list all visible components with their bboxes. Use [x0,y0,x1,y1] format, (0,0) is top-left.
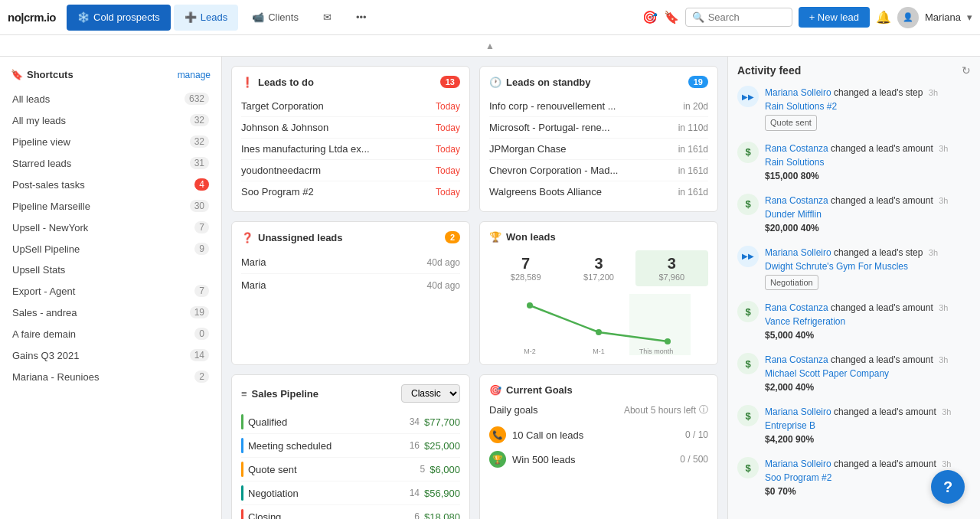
table-row[interactable]: Walgreens Boots Alliance in 161d [489,181,708,202]
pipeline-stage-count: 34 [410,416,420,427]
pipeline-row-closing[interactable]: Closing 6 $18,080 [241,505,460,519]
activity-person[interactable]: Rana Costanza [765,302,828,313]
goal-row-calls: 📞 10 Call on leads 0 / 10 [489,423,708,447]
activity-person[interactable]: Rana Costanza [765,354,828,365]
top-nav: no|crm.io ❄️ Cold prospects ➕ Leads 📹 Cl… [0,0,980,35]
email-icon: ✉ [323,11,332,23]
manage-link[interactable]: manage [178,70,211,80]
pipeline-row-negotiation[interactable]: Negotiation 14 $56,900 [241,481,460,505]
pipeline-stage-amount: $6,000 [430,464,460,475]
leads-standby-card: 🕐 Leads on standby 19 Info corp - renouv… [479,66,718,212]
activity-content: Rana Costanza changed a lead's amount 3h… [765,353,971,394]
goals-icon: 🎯 [489,384,501,396]
activity-lead[interactable]: Soo Program #2 [765,472,831,483]
sidebar-item-mariana-reunioes[interactable]: Mariana - Reunioes 2 [0,366,221,387]
won-stat-m2: 7 $28,589 [489,250,562,286]
activity-content: Rana Costanza changed a lead's amount 3h… [765,301,971,342]
activity-lead[interactable]: Dunder Mifflin [765,209,822,220]
sidebar-item-upsell-stats[interactable]: Upsell Stats [0,260,221,280]
sidebar-item-all-my-leads[interactable]: All my leads 32 [0,109,221,131]
won-stat-m1: 3 $17,200 [562,250,635,286]
sidebar-item-sales-andrea[interactable]: Sales - andrea 19 [0,302,221,323]
sidebar-item-post-sales[interactable]: Post-sales tasks 4 [0,174,221,195]
refresh-icon[interactable]: ↻ [962,64,971,77]
table-row[interactable]: Info corp - renouvellement ... in 20d [489,96,708,117]
activity-lead[interactable]: Entreprise B [765,420,815,431]
pipeline-stage-amount: $18,080 [424,511,460,520]
goal-icon-wins: 🏆 [489,451,506,468]
activity-action: changed a lead's amount [831,302,933,313]
sidebar-item-count: 31 [190,157,209,169]
activity-lead[interactable]: Michael Scott Paper Company [765,368,889,379]
leads-todo-card: ❗ Leads to do 13 Target Corporation Toda… [231,66,470,212]
svg-point-2 [596,329,602,335]
activity-person[interactable]: Rana Costanza [765,195,828,206]
sidebar-item-gains-q3[interactable]: Gains Q3 2021 14 [0,344,221,366]
pipeline-row-meeting[interactable]: Meeting scheduled 16 $25,000 [241,434,460,458]
table-row[interactable]: Microsoft - Portugal- rene... in 110d [489,117,708,139]
table-row[interactable]: Maria 40d ago [241,274,460,296]
activity-person[interactable]: Mariana Solleiro [765,406,831,417]
nav-tab-clients[interactable]: 📹 Clients [241,5,309,31]
activity-lead[interactable]: Rain Solutions #2 [765,101,837,112]
activity-person[interactable]: Rana Costanza [765,143,828,154]
nav-tab-more[interactable]: ••• [345,5,377,31]
search-box[interactable]: 🔍 [685,8,792,27]
user-name[interactable]: Mariana [925,11,961,23]
sidebar-item-upsell-newyork[interactable]: Upsell - NewYork 7 [0,217,221,238]
won-leads-title: 🏆 Won leads [489,231,556,243]
won-stat-amount: $7,960 [640,273,704,282]
bookmark-icon[interactable]: 🔖 [664,10,679,24]
sidebar-header: 🔖 Shortcuts manage [0,64,221,88]
bell-icon[interactable]: 🔔 [876,10,891,24]
activity-avatar: $ [737,457,759,478]
table-row[interactable]: Johnson & Johnson Today [241,117,460,139]
sidebar-item-all-leads[interactable]: All leads 632 [0,88,221,109]
leads-todo-badge: 13 [440,76,460,88]
target-icon[interactable]: 🎯 [642,10,658,24]
question-icon: ❓ [241,232,253,243]
activity-person[interactable]: Mariana Solleiro [765,459,831,469]
table-row[interactable]: Soo Program #2 Today [241,181,460,202]
sidebar-item-export-agent[interactable]: Export - Agent 7 [0,280,221,302]
lead-date: Today [436,101,460,112]
table-row[interactable]: JPMorgan Chase in 161d [489,139,708,160]
table-row[interactable]: Target Corporation Today [241,96,460,117]
lead-name: Microsoft - Portugal- rene... [489,122,610,133]
sales-pipeline-card: ≡ Sales Pipeline Classic Qualified 34 $7… [231,374,470,519]
help-button[interactable]: ? [931,470,965,504]
nav-tab-leads[interactable]: ➕ Leads [174,5,238,31]
activity-item: $ Rana Costanza changed a lead's amount … [737,194,971,235]
activity-avatar: $ [737,301,759,322]
pipeline-row-qualified[interactable]: Qualified 34 $77,700 [241,410,460,434]
sidebar-item-label: UpSell Pipeline [12,243,80,255]
nav-tab-email[interactable]: ✉ [312,5,342,31]
won-stat-thismonth: 3 $7,960 [635,250,708,286]
activity-item: ▶▶ Mariana Solleiro changed a lead's ste… [737,86,971,131]
sidebar-item-pipeline-marseille[interactable]: Pipeline Marseille 30 [0,195,221,217]
sidebar-item-count: 30 [190,200,209,212]
pipeline-view-select[interactable]: Classic [401,384,460,403]
activity-person[interactable]: Mariana Solleiro [765,247,831,258]
table-row[interactable]: Maria 40d ago [241,251,460,274]
subnav-arrow-icon[interactable]: ▲ [485,41,495,51]
sidebar-item-upsell-pipeline[interactable]: UpSell Pipeline 9 [0,238,221,260]
sidebar-item-pipeline-view[interactable]: Pipeline view 32 [0,131,221,152]
table-row[interactable]: Ines manufacturing Ltda ex... Today [241,139,460,160]
nav-tab-cold-prospects[interactable]: ❄️ Cold prospects [67,5,171,31]
clients-icon: 📹 [252,11,264,23]
search-input[interactable] [708,11,786,23]
activity-person[interactable]: Mariana Solleiro [765,87,831,98]
activity-lead[interactable]: Rain Solutions [765,157,824,168]
pipeline-row-quote[interactable]: Quote sent 5 $6,000 [241,458,460,481]
table-row[interactable]: youdontneedacrm Today [241,160,460,181]
sidebar-item-starred-leads[interactable]: Starred leads 31 [0,152,221,174]
pipeline-stage-name: Qualified [248,416,405,428]
activity-lead[interactable]: Vance Refrigeration [765,316,845,327]
new-lead-button[interactable]: + New lead [799,7,870,28]
activity-time: 3h [942,459,951,468]
table-row[interactable]: Chevron Corporation - Mad... in 161d [489,160,708,181]
chevron-down-icon[interactable]: ▾ [967,11,972,23]
activity-lead[interactable]: Dwight Schrute's Gym For Muscles [765,261,908,272]
sidebar-item-a-faire-demain[interactable]: A faire demain 0 [0,323,221,344]
